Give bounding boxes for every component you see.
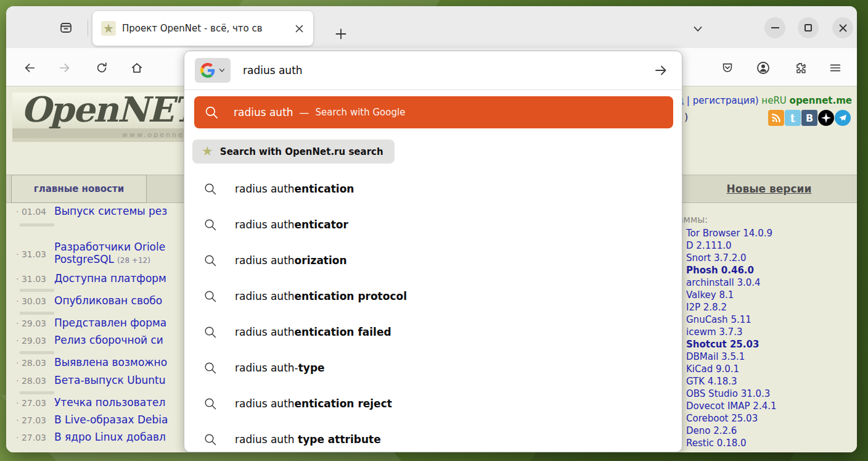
account-button[interactable] bbox=[752, 57, 774, 79]
list-all-tabs-button[interactable] bbox=[687, 19, 708, 39]
logo-title: OpenNET bbox=[21, 93, 197, 130]
tab-separator bbox=[88, 20, 88, 36]
version-link[interactable]: Restic 0.18.0 bbox=[686, 437, 777, 449]
news-date: 01.04 bbox=[16, 205, 54, 217]
version-link[interactable]: Shotcut 25.03 bbox=[686, 338, 777, 351]
version-link[interactable]: GTK 4.18.3 bbox=[686, 375, 777, 388]
version-link[interactable]: Valkey 8.1 bbox=[686, 289, 777, 301]
new-tab-button[interactable] bbox=[330, 23, 351, 44]
active-tab[interactable]: ★ Проект OpenNet - всё, что св bbox=[92, 11, 313, 46]
close-window-button[interactable] bbox=[832, 17, 853, 38]
news-link[interactable]: Утечка пользовател bbox=[54, 396, 165, 409]
news-item: 27.03 В ядро Linux добавл bbox=[16, 431, 201, 443]
forward-button[interactable] bbox=[54, 57, 76, 79]
news-link[interactable]: PostgreSQL bbox=[54, 253, 114, 265]
twitter-icon[interactable]: t bbox=[785, 110, 801, 126]
tab-strip: ★ Проект OpenNet - всё, что св bbox=[6, 6, 857, 48]
suggestion-prefix: radius auth bbox=[235, 326, 295, 338]
urlbar-query[interactable]: radius auth bbox=[243, 64, 303, 77]
news-link[interactable]: Релиз сборочной си bbox=[54, 334, 163, 346]
minimize-icon bbox=[771, 27, 779, 28]
urlbar-input-row[interactable]: radius auth bbox=[184, 51, 682, 89]
news-item: 27.03 В Live-образах Debia bbox=[16, 413, 201, 426]
popup-divider bbox=[184, 89, 682, 90]
app-menu-button[interactable] bbox=[824, 57, 846, 79]
version-link[interactable]: GnuCash 5.11 bbox=[686, 314, 777, 326]
news-item: 30.03 Опубликован свобо bbox=[16, 294, 201, 307]
back-button[interactable] bbox=[18, 57, 41, 79]
news-link[interactable]: Опубликован свобо bbox=[54, 294, 162, 307]
suggestion-completion: enticator bbox=[295, 218, 348, 231]
search-suggestion[interactable]: radius auth-type bbox=[184, 350, 682, 386]
search-suggestion[interactable]: radius authentication reject bbox=[184, 386, 682, 422]
maximize-button[interactable] bbox=[798, 17, 819, 38]
search-opennet-button[interactable]: ★ Search with OpenNet.ru search bbox=[192, 139, 395, 164]
search-suggestion[interactable]: radius auth type attribute bbox=[184, 422, 682, 452]
close-icon bbox=[295, 24, 304, 33]
version-link[interactable]: KiCad 9.0.1 bbox=[686, 363, 777, 375]
version-link[interactable]: DBMail 3.5.1 bbox=[686, 351, 777, 363]
version-link[interactable]: D 2.111.0 bbox=[686, 239, 777, 252]
search-icon bbox=[203, 432, 218, 447]
news-link[interactable]: Представлен форма bbox=[54, 317, 166, 329]
news-group-separator bbox=[20, 223, 54, 226]
news-link[interactable]: В Live-образах Debia bbox=[54, 413, 168, 426]
header-account-line[interactable]: д | регистрация) неRU opennet.me bbox=[678, 95, 852, 106]
version-link[interactable]: Dovecot IMAP 2.4.1 bbox=[686, 400, 777, 412]
rss-icon[interactable] bbox=[768, 110, 784, 126]
reload-button[interactable] bbox=[91, 57, 113, 79]
version-link[interactable]: Deno 2.2.6 bbox=[686, 425, 777, 437]
pocket-button[interactable] bbox=[716, 57, 739, 79]
news-item: 29.03 Представлен форма bbox=[16, 317, 201, 329]
news-link[interactable]: Доступна платформ bbox=[54, 272, 166, 284]
news-link[interactable]: Бета-выпуск Ubuntu bbox=[54, 374, 165, 386]
home-button[interactable] bbox=[126, 57, 148, 79]
tab-close-button[interactable] bbox=[291, 20, 307, 36]
new-versions-header[interactable]: Новые версии bbox=[681, 175, 857, 203]
search-engine-selector[interactable] bbox=[195, 58, 231, 83]
search-suggestion[interactable]: radius authentication protocol bbox=[184, 278, 682, 314]
news-item: 28.03 Выявлена возможно bbox=[16, 356, 201, 368]
news-link[interactable]: Выявлена возможно bbox=[54, 356, 167, 368]
version-link[interactable]: OBS Studio 31.0.3 bbox=[686, 388, 777, 400]
search-suggestion[interactable]: radius authentication failed bbox=[184, 314, 682, 350]
news-link[interactable]: Разработчики Oriole bbox=[54, 241, 165, 253]
header-paren: ) bbox=[684, 111, 688, 123]
version-link[interactable]: Tor Browser 14.0.9 bbox=[686, 227, 777, 239]
suggestion-completion: orization bbox=[295, 254, 347, 267]
tab-main-news[interactable]: главные новости bbox=[11, 175, 147, 203]
news-item: 29.03 Релиз сборочной си bbox=[16, 334, 201, 346]
search-icon bbox=[203, 253, 218, 268]
news-link[interactable]: В ядро Linux добавл bbox=[54, 431, 166, 443]
primary-separator: — bbox=[300, 107, 309, 118]
news-group-separator bbox=[20, 351, 54, 354]
version-link[interactable]: I2P 2.8.2 bbox=[686, 301, 777, 314]
search-suggestion[interactable]: radius authorization bbox=[184, 243, 682, 278]
version-link[interactable]: Phosh 0.46.0 bbox=[686, 264, 777, 276]
version-link[interactable]: icewm 3.7.3 bbox=[686, 326, 777, 338]
version-link[interactable]: archinstall 3.0.4 bbox=[686, 276, 777, 289]
search-with-google-row[interactable]: radius auth — Search with Google bbox=[194, 96, 673, 128]
news-date: 31.03 bbox=[16, 241, 54, 259]
version-link[interactable]: Coreboot 25.03 bbox=[686, 412, 777, 425]
go-button[interactable] bbox=[653, 63, 668, 78]
suggestion-completion: entication bbox=[295, 183, 354, 195]
news-item: 28.03 Бета-выпуск Ubuntu bbox=[16, 374, 201, 386]
account-links-fragment[interactable]: д | регистрация) bbox=[678, 95, 759, 106]
version-link[interactable]: Snort 3.7.2.0 bbox=[686, 252, 777, 264]
new-versions-list: Tor Browser 14.0.9 D 2.111.0 Snort 3.7.2… bbox=[686, 227, 777, 449]
news-link[interactable]: Выпуск системы рез bbox=[54, 205, 167, 217]
juick-icon[interactable] bbox=[818, 110, 834, 126]
minimize-button[interactable] bbox=[764, 17, 785, 38]
search-suggestion[interactable]: radius authenticator bbox=[184, 207, 682, 243]
telegram-icon[interactable] bbox=[835, 110, 851, 126]
comment-count[interactable]: (28 +12) bbox=[117, 256, 150, 265]
close-icon bbox=[838, 23, 848, 33]
search-icon bbox=[203, 181, 218, 196]
extensions-button[interactable] bbox=[789, 57, 811, 79]
firefox-view-button[interactable] bbox=[55, 17, 76, 38]
vk-icon[interactable]: B bbox=[801, 110, 817, 126]
mirror-domain-link[interactable]: opennet.me bbox=[790, 95, 852, 106]
suggestion-completion: entication reject bbox=[295, 397, 392, 410]
search-suggestion[interactable]: radius authentication bbox=[184, 171, 682, 207]
